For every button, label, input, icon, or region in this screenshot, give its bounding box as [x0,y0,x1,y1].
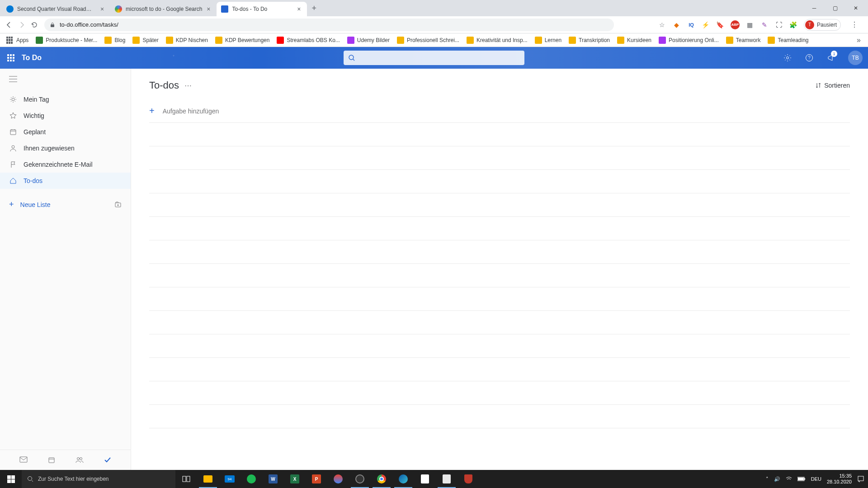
sidebar-item-todos[interactable]: To-dos [0,173,131,189]
extension-icon[interactable]: ⚡ [702,21,710,29]
new-group-button[interactable] [114,201,122,208]
bookmark-item[interactable]: KDP Nischen [163,35,211,46]
task-row[interactable] [149,264,850,287]
battery-icon[interactable] [797,477,806,481]
taskbar-app[interactable] [436,470,458,488]
task-view-button[interactable] [175,470,197,488]
browser-tab[interactable]: microsoft to do - Google Search × [110,2,217,16]
bookmark-item[interactable]: Blog [102,35,128,46]
extensions-button[interactable]: 🧩 [789,21,797,29]
sidebar-item-zugewiesen[interactable]: Ihnen zugewiesen [0,140,131,156]
bookmark-item[interactable]: Teamwork [723,35,764,46]
forward-button[interactable] [15,19,28,31]
mail-button[interactable] [19,456,28,464]
star-icon[interactable]: ☆ [658,21,666,29]
taskbar-app[interactable] [327,470,349,488]
task-row[interactable] [149,193,850,217]
profile-chip[interactable]: T Pausiert [804,19,841,31]
extension-icon[interactable]: ◆ [673,21,681,29]
task-row[interactable] [149,240,850,264]
sidebar-item-geplant[interactable]: Geplant [0,124,131,140]
sidebar-item-wichtig[interactable]: Wichtig [0,108,131,124]
close-icon[interactable]: × [99,5,106,13]
bookmark-item[interactable]: Teamleading [765,35,811,46]
calendar-button[interactable] [48,456,55,464]
bookmark-item[interactable]: Transkription [566,35,613,46]
taskbar-search[interactable]: Zur Suche Text hier eingeben [22,470,175,488]
bookmark-item[interactable]: Positionierung Onli... [656,35,722,46]
taskbar-app-obs[interactable] [349,470,371,488]
settings-button[interactable] [778,47,797,69]
minimize-button[interactable]: ─ [804,1,825,15]
app-launcher-button[interactable] [0,47,22,69]
task-row[interactable] [149,358,850,381]
extension-icon[interactable]: ▦ [746,21,754,29]
bookmark-item[interactable]: Später [130,35,161,46]
taskbar-app[interactable] [458,470,479,488]
address-bar[interactable]: to-do.office.com/tasks/ [44,19,614,31]
task-row[interactable] [149,405,850,428]
taskbar-app-explorer[interactable] [197,470,219,488]
help-button[interactable] [799,47,819,69]
bookmarks-overflow-button[interactable]: » [853,36,864,44]
sidebar-toggle-button[interactable] [0,69,131,89]
taskbar-app-chrome[interactable] [371,470,392,488]
back-button[interactable] [3,19,15,31]
language-indicator[interactable]: DEU [811,476,821,482]
notifications-button[interactable] [857,475,864,483]
task-row[interactable] [149,311,850,334]
bookmark-item[interactable]: Kursideen [614,35,654,46]
apps-shortcut[interactable]: Apps [4,35,31,46]
search-input[interactable] [344,51,524,65]
whats-new-button[interactable]: 1 [821,47,841,69]
chrome-menu-button[interactable]: ⋮ [847,20,862,29]
bookmark-item[interactable]: Professionell Schrei... [394,35,462,46]
bookmark-item[interactable]: Kreativität und Insp... [464,35,530,46]
close-icon[interactable]: × [205,5,212,13]
task-row[interactable] [149,381,850,405]
user-avatar[interactable]: TB [848,51,863,65]
close-icon[interactable]: × [295,5,302,13]
tray-overflow-button[interactable]: ˄ [766,476,769,482]
sort-button[interactable]: Sortieren [815,82,850,89]
extension-icon[interactable]: IQ [687,21,695,29]
taskbar-app-powerpoint[interactable]: P [306,470,327,488]
taskbar-app-spotify[interactable] [241,470,262,488]
clock[interactable]: 15:35 28.10.2020 [827,473,852,485]
taskbar-app[interactable] [414,470,436,488]
add-task-input[interactable]: + Aufgabe hinzufügen [149,99,850,123]
new-tab-button[interactable]: + [307,4,321,13]
taskbar-app-excel[interactable]: X [284,470,306,488]
list-options-button[interactable]: ⋯ [184,81,193,90]
adblock-icon[interactable]: ABP [731,20,740,29]
start-button[interactable] [0,470,22,488]
taskbar-app-mail[interactable]: 94 [219,470,241,488]
bookmark-item[interactable]: Produktsuche - Mer... [33,35,100,46]
new-list-button[interactable]: + Neue Liste [0,195,131,214]
task-row[interactable] [149,217,850,240]
bookmark-item[interactable]: KDP Bewertungen [212,35,273,46]
maximize-button[interactable]: ▢ [825,1,845,15]
bookmark-item[interactable]: Lernen [532,35,564,46]
task-row[interactable] [149,287,850,311]
bookmark-item[interactable]: Udemy Bilder [344,35,392,46]
volume-icon[interactable]: 🔊 [774,476,780,482]
taskbar-app-edge[interactable] [392,470,414,488]
extension-icon[interactable]: ⛶ [775,21,783,29]
extension-icon[interactable]: 🔖 [716,21,724,29]
sidebar-item-mein-tag[interactable]: Mein Tag [0,91,131,108]
todo-button[interactable] [104,456,111,464]
reload-button[interactable] [28,19,41,31]
bookmark-item[interactable]: Streamlabs OBS Ko... [274,35,342,46]
task-row[interactable] [149,123,850,146]
browser-tab-active[interactable]: To-dos - To Do × [217,2,307,16]
taskbar-app-word[interactable]: W [262,470,284,488]
people-button[interactable] [75,456,84,464]
wifi-icon[interactable] [786,476,792,482]
task-row[interactable] [149,334,850,358]
sidebar-item-flagged[interactable]: Gekennzeichnete E-Mail [0,156,131,173]
browser-tab[interactable]: Second Quarter Visual Roadmap × [2,2,110,16]
task-row[interactable] [149,170,850,193]
close-window-button[interactable]: ✕ [845,1,866,15]
task-row[interactable] [149,146,850,170]
